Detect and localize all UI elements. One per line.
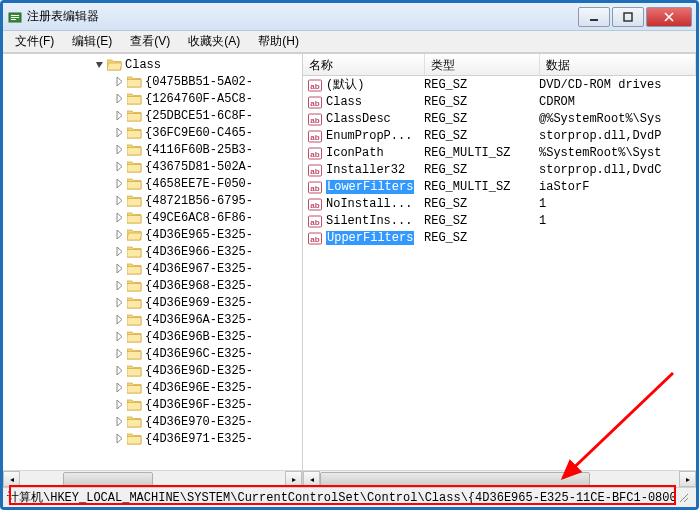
expander-right-icon[interactable]: [113, 246, 125, 258]
tree-item[interactable]: {4D36E971-E325-: [3, 430, 302, 447]
tree-item[interactable]: {0475BB51-5A02-: [3, 73, 302, 90]
expander-right-icon[interactable]: [113, 433, 125, 445]
string-value-icon: ab: [307, 78, 323, 92]
tree-item[interactable]: {4D36E968-E325-: [3, 277, 302, 294]
expander-right-icon[interactable]: [113, 229, 125, 241]
value-row[interactable]: abLowerFiltersREG_MULTI_SZiaStorF: [303, 178, 696, 195]
expander-right-icon[interactable]: [113, 348, 125, 360]
tree-item[interactable]: {4D36E966-E325-: [3, 243, 302, 260]
expander-right-icon[interactable]: [113, 280, 125, 292]
tree-item[interactable]: {4D36E970-E325-: [3, 413, 302, 430]
tree-scroll[interactable]: Class{0475BB51-5A02-{1264760F-A5C8-{25DB…: [3, 54, 302, 470]
value-row[interactable]: abClassREG_SZCDROM: [303, 93, 696, 110]
scroll-left-button[interactable]: ◂: [303, 471, 320, 487]
expander-right-icon[interactable]: [113, 110, 125, 122]
maximize-button[interactable]: [612, 7, 644, 27]
tree-label: {4D36E965-E325-: [145, 228, 253, 242]
value-row[interactable]: abIconPathREG_MULTI_SZ%SystemRoot%\Syst: [303, 144, 696, 161]
window-title: 注册表编辑器: [27, 8, 576, 25]
expander-right-icon[interactable]: [113, 331, 125, 343]
value-row[interactable]: abEnumPropP...REG_SZstorprop.dll,DvdP: [303, 127, 696, 144]
string-value-icon: ab: [307, 231, 323, 245]
tree-item[interactable]: {4D36E969-E325-: [3, 294, 302, 311]
columns-header: 名称 类型 数据: [303, 54, 696, 76]
col-header-type[interactable]: 类型: [425, 54, 540, 75]
tree-item[interactable]: {4116F60B-25B3-: [3, 141, 302, 158]
value-row[interactable]: abUpperFiltersREG_SZ: [303, 229, 696, 246]
tree-item[interactable]: {43675D81-502A-: [3, 158, 302, 175]
col-header-data[interactable]: 数据: [540, 54, 696, 75]
tree-item[interactable]: {4D36E96D-E325-: [3, 362, 302, 379]
tree-item-parent[interactable]: Class: [3, 56, 302, 73]
scroll-right-button[interactable]: ▸: [679, 471, 696, 487]
tree-item[interactable]: {49CE6AC8-6F86-: [3, 209, 302, 226]
expander-right-icon[interactable]: [113, 416, 125, 428]
tree-item[interactable]: {25DBCE51-6C8F-: [3, 107, 302, 124]
close-button[interactable]: [646, 7, 692, 27]
expander-right-icon[interactable]: [113, 382, 125, 394]
expander-right-icon[interactable]: [113, 195, 125, 207]
value-data: 1: [539, 214, 696, 228]
string-value-icon: ab: [307, 129, 323, 143]
tree-hscroll[interactable]: ◂ ▸: [3, 470, 302, 487]
expander-right-icon[interactable]: [113, 178, 125, 190]
menu-help[interactable]: 帮助(H): [250, 30, 307, 53]
tree-item[interactable]: {4D36E96F-E325-: [3, 396, 302, 413]
scroll-right-button[interactable]: ▸: [285, 471, 302, 487]
scroll-thumb[interactable]: [63, 472, 153, 486]
expander-right-icon[interactable]: [113, 161, 125, 173]
value-name: UpperFilters: [326, 231, 424, 245]
tree-item[interactable]: {4658EE7E-F050-: [3, 175, 302, 192]
value-type: REG_MULTI_SZ: [424, 146, 539, 160]
titlebar[interactable]: 注册表编辑器: [3, 3, 696, 31]
menubar: 文件(F) 编辑(E) 查看(V) 收藏夹(A) 帮助(H): [3, 31, 696, 53]
expander-right-icon[interactable]: [113, 365, 125, 377]
expander-right-icon[interactable]: [113, 76, 125, 88]
expander-right-icon[interactable]: [113, 212, 125, 224]
scroll-left-button[interactable]: ◂: [3, 471, 20, 487]
value-list[interactable]: ab(默认)REG_SZDVD/CD-ROM drivesabClassREG_…: [303, 76, 696, 470]
value-row[interactable]: abInstaller32REG_SZstorprop.dll,DvdC: [303, 161, 696, 178]
expander-right-icon[interactable]: [113, 263, 125, 275]
menu-file[interactable]: 文件(F): [7, 30, 62, 53]
tree-item[interactable]: {1264760F-A5C8-: [3, 90, 302, 107]
value-row[interactable]: abClassDescREG_SZ@%SystemRoot%\Sys: [303, 110, 696, 127]
tree-item[interactable]: {4D36E96A-E325-: [3, 311, 302, 328]
value-row[interactable]: abNoInstall...REG_SZ1: [303, 195, 696, 212]
expander-right-icon[interactable]: [113, 297, 125, 309]
folder-icon: [127, 262, 143, 276]
value-row[interactable]: abSilentIns...REG_SZ1: [303, 212, 696, 229]
value-name: ClassDesc: [326, 112, 424, 126]
value-row[interactable]: ab(默认)REG_SZDVD/CD-ROM drives: [303, 76, 696, 93]
expander-right-icon[interactable]: [113, 144, 125, 156]
expander-right-icon[interactable]: [113, 399, 125, 411]
svg-text:ab: ab: [310, 167, 319, 176]
expander-right-icon[interactable]: [113, 93, 125, 105]
svg-text:ab: ab: [310, 133, 319, 142]
tree-label: {4D36E966-E325-: [145, 245, 253, 259]
value-type: REG_MULTI_SZ: [424, 180, 539, 194]
expander-down-icon[interactable]: [93, 59, 105, 71]
tree-item[interactable]: {4D36E96C-E325-: [3, 345, 302, 362]
folder-icon: [127, 381, 143, 395]
menu-favorites[interactable]: 收藏夹(A): [180, 30, 248, 53]
tree-item[interactable]: {36FC9E60-C465-: [3, 124, 302, 141]
menu-view[interactable]: 查看(V): [122, 30, 178, 53]
statusbar: 计算机\HKEY_LOCAL_MACHINE\SYSTEM\CurrentCon…: [3, 487, 696, 507]
tree-item[interactable]: {4D36E967-E325-: [3, 260, 302, 277]
scroll-thumb[interactable]: [320, 472, 590, 486]
svg-rect-4: [590, 19, 598, 21]
menu-edit[interactable]: 编辑(E): [64, 30, 120, 53]
expander-right-icon[interactable]: [113, 127, 125, 139]
tree-item[interactable]: {48721B56-6795-: [3, 192, 302, 209]
tree-item[interactable]: {4D36E96E-E325-: [3, 379, 302, 396]
values-hscroll[interactable]: ◂ ▸: [303, 470, 696, 487]
tree-item[interactable]: {4D36E96B-E325-: [3, 328, 302, 345]
tree-item[interactable]: {4D36E965-E325-: [3, 226, 302, 243]
value-data: %SystemRoot%\Syst: [539, 146, 696, 160]
resize-grip-icon[interactable]: [676, 490, 692, 506]
minimize-button[interactable]: [578, 7, 610, 27]
expander-right-icon[interactable]: [113, 314, 125, 326]
svg-text:ab: ab: [310, 235, 319, 244]
col-header-name[interactable]: 名称: [303, 54, 425, 75]
